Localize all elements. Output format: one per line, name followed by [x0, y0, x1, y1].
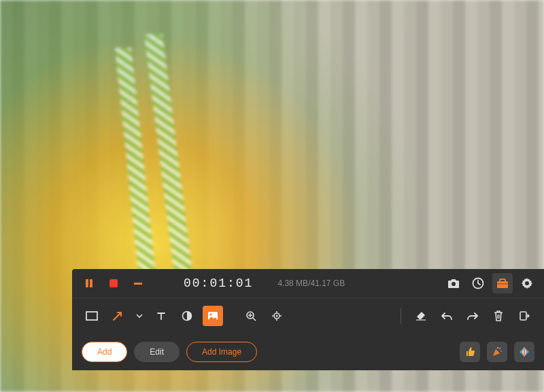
svg-point-19	[500, 351, 502, 352]
stop-button[interactable]	[103, 273, 124, 293]
confetti-sticker-icon	[492, 346, 503, 357]
svg-rect-8	[497, 283, 508, 285]
svg-rect-10	[86, 312, 97, 320]
rectangle-icon	[86, 311, 98, 321]
trash-icon	[494, 310, 503, 321]
rectangle-tool[interactable]	[82, 306, 102, 326]
redo-icon	[467, 311, 478, 321]
size-total: 41.17 GB	[310, 279, 345, 288]
add-button[interactable]: Add	[82, 342, 127, 362]
minimize-icon	[133, 279, 143, 288]
eraser-tool[interactable]	[411, 306, 431, 326]
trash-button[interactable]	[488, 306, 509, 326]
zoom-tool[interactable]	[241, 306, 261, 326]
svg-point-18	[499, 348, 500, 349]
svg-point-13	[210, 313, 212, 315]
minimize-button[interactable]	[128, 273, 148, 293]
toolbox-button[interactable]	[492, 273, 513, 293]
gear-icon	[521, 277, 533, 289]
schedule-button[interactable]	[468, 273, 488, 293]
redo-button[interactable]	[462, 306, 483, 326]
svg-rect-7	[500, 279, 505, 282]
svg-rect-3	[134, 283, 142, 285]
action-row: Add Edit Add Image	[72, 333, 544, 370]
toolbar-separator	[401, 308, 401, 324]
recording-size: 4.38 MB/41.17 GB	[277, 279, 345, 288]
zoom-in-icon	[245, 310, 256, 321]
recorder-panel: 00:01:01 4.38 MB/41.17 GB	[72, 269, 544, 370]
undo-icon	[441, 311, 452, 321]
focus-icon	[271, 310, 282, 321]
eraser-icon	[415, 311, 426, 321]
text-tool[interactable]	[151, 306, 171, 326]
image-tool[interactable]	[203, 306, 223, 326]
settings-button[interactable]	[517, 273, 537, 293]
image-icon	[207, 311, 218, 321]
focus-tool[interactable]	[267, 306, 287, 326]
size-used: 4.38 MB	[277, 279, 308, 288]
svg-rect-2	[109, 279, 118, 287]
screenshot-button[interactable]	[443, 273, 464, 293]
sticker-thumbsup[interactable]	[460, 342, 480, 362]
add-image-button[interactable]: Add Image	[186, 342, 257, 362]
contrast-icon	[182, 310, 192, 321]
arrow-icon	[112, 310, 123, 321]
recorder-top-row: 00:01:01 4.38 MB/41.17 GB	[72, 269, 544, 298]
svg-point-9	[525, 281, 529, 285]
thumbs-up-sticker-icon	[464, 346, 475, 357]
svg-rect-17	[520, 312, 526, 320]
pause-button[interactable]	[79, 273, 99, 293]
svg-point-16	[276, 315, 278, 317]
svg-point-20	[497, 347, 498, 349]
export-button[interactable]	[514, 306, 534, 326]
recording-timer: 00:01:01	[184, 277, 253, 290]
svg-point-4	[452, 282, 456, 286]
annotation-toolbar	[72, 298, 544, 333]
sticker-diamond[interactable]	[514, 342, 534, 362]
add-image-button-label: Add Image	[202, 347, 241, 357]
text-icon	[156, 311, 166, 321]
pause-icon	[84, 279, 94, 288]
contrast-tool[interactable]	[177, 306, 197, 326]
arrow-tool[interactable]	[107, 306, 128, 326]
svg-rect-0	[86, 279, 88, 287]
stop-icon	[109, 279, 118, 288]
edit-button-label: Edit	[150, 347, 164, 357]
arrow-style-dropdown[interactable]	[133, 306, 146, 326]
toolbox-icon	[496, 278, 509, 289]
sticker-confetti[interactable]	[487, 342, 507, 362]
camera-icon	[447, 278, 460, 289]
edit-button[interactable]: Edit	[134, 342, 180, 362]
add-button-label: Add	[97, 347, 112, 357]
export-icon	[519, 310, 530, 321]
chevron-down-icon	[136, 314, 143, 318]
undo-button[interactable]	[437, 306, 457, 326]
diamond-sticker-icon	[519, 346, 530, 357]
svg-rect-1	[90, 279, 92, 287]
clock-icon	[472, 277, 484, 289]
